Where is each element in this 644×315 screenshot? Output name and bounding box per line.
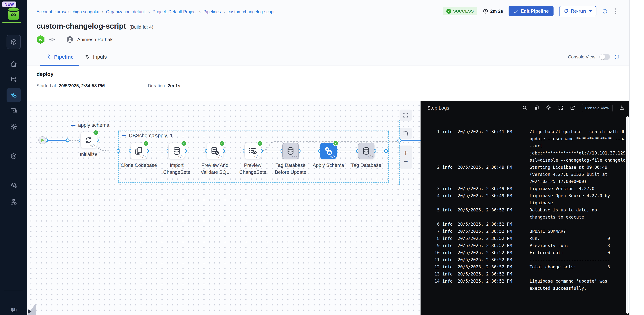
marquee-select-icon: [403, 130, 409, 136]
breadcrumb-item[interactable]: Pipelines: [203, 9, 221, 14]
log-message: Run: 0: [524, 235, 630, 242]
log-level: info: [440, 235, 458, 242]
svg-text:?: ?: [12, 308, 14, 311]
log-row: 12info20/5/2025, 2:36:52 PMTotal change …: [420, 263, 630, 270]
console-view-button[interactable]: Console View: [582, 104, 612, 112]
pipeline-node-preview-changesets[interactable]: </>✓: [244, 143, 261, 159]
database-devops-logo-icon[interactable]: ∞: [6, 7, 21, 21]
info-icon[interactable]: [614, 54, 620, 60]
pipeline-canvas[interactable]: apply schema DBSchemaApply_1: [27, 101, 420, 315]
log-line-number: 7: [426, 228, 440, 235]
log-level: info: [440, 242, 458, 249]
pipeline-node-tag-database[interactable]: </>: [358, 143, 374, 159]
node-label: Import ChangeSets: [158, 162, 195, 176]
success-check-icon: ✓: [143, 141, 149, 146]
pipeline-start-node[interactable]: [38, 136, 46, 144]
log-level: info: [440, 228, 458, 235]
step-logs-title: Step Logs: [427, 105, 449, 111]
pipeline-node-initialize[interactable]: </>✓: [80, 132, 97, 148]
log-row: 9info20/5/2025, 2:36:52 PMPreviously run…: [420, 242, 630, 249]
chevron-down-icon[interactable]: [589, 10, 592, 12]
download-icon[interactable]: [619, 105, 624, 110]
log-line: Previously run: 3: [530, 242, 630, 249]
log-line: Liquibase command 'update' was: [530, 278, 630, 285]
code-glyph: </>: [254, 155, 260, 158]
pipeline-node-clone-codebase[interactable]: </>✓: [130, 143, 147, 159]
log-line-number: 2: [426, 164, 440, 185]
log-row: 14info20/5/2025, 2:36:52 PMLiquibase com…: [420, 278, 630, 292]
rerun-button[interactable]: Re-run: [559, 6, 596, 16]
gear-icon[interactable]: [49, 36, 55, 43]
node-label: Tag Database: [348, 162, 385, 169]
log-row: 11info20/5/2025, 2:36:52 PM-------------…: [420, 256, 630, 263]
log-level: info: [440, 278, 458, 292]
log-line-number: 8: [426, 235, 440, 242]
help-chat-icon: ?: [10, 306, 17, 314]
sidebar-item-database-settings[interactable]: [6, 72, 21, 86]
more-options-menu-icon[interactable]: [613, 7, 618, 15]
pipelines-icon: [10, 92, 17, 99]
canvas-select-button[interactable]: [400, 128, 412, 139]
breadcrumb-item[interactable]: Account: kurosakiichigo.songoku: [36, 9, 99, 14]
fullscreen-icon[interactable]: [558, 105, 564, 110]
sidebar-item-pipelines[interactable]: [6, 88, 21, 102]
log-line: Database is up to date, no: [530, 206, 630, 214]
tab-inputs[interactable]: Inputs: [79, 48, 112, 66]
node-label: Preview ChangeSets: [234, 162, 272, 176]
console-view-toggle[interactable]: [600, 54, 610, 60]
log-output[interactable]: 1info20/5/2025, 2:36:41 PM/liquibase/liq…: [420, 115, 630, 315]
log-message: [524, 270, 630, 278]
pipeline-node-import-changesets[interactable]: </>✓: [168, 143, 185, 159]
database-solid-icon: [286, 146, 296, 156]
new-badge: NEW: [2, 2, 16, 7]
pipeline-icon: [46, 54, 52, 60]
inputs-icon: [85, 54, 90, 60]
tab-pipeline[interactable]: Pipeline: [40, 48, 79, 66]
zoom-out-button[interactable]: −: [404, 156, 408, 167]
step-logs-header: Step Logs Console View: [420, 101, 630, 115]
breadcrumb-item[interactable]: Project: Default Project: [152, 9, 196, 14]
info-icon[interactable]: [602, 8, 608, 14]
success-check-icon: ✓: [93, 130, 98, 136]
sidebar-item-settings[interactable]: [6, 120, 21, 134]
sidebar-item-environments[interactable]: [6, 178, 21, 192]
canvas-zoom-controls: + −: [400, 146, 412, 169]
log-line: Run: 0: [530, 235, 630, 242]
database-check-icon: [210, 146, 220, 156]
pipeline-node-apply-schema[interactable]: </>✓: [320, 143, 336, 159]
edit-pipeline-button[interactable]: Edit Pipeline: [508, 6, 554, 16]
sidebar-item-help-chat[interactable]: ?: [6, 303, 21, 315]
log-line-number: 12: [426, 263, 440, 270]
settings-icon[interactable]: [546, 105, 552, 110]
canvas-fit-button[interactable]: [400, 110, 412, 121]
log-timestamp: 20/5/2025, 2:36:52 PM: [458, 249, 524, 256]
sidebar-item-home[interactable]: [6, 57, 21, 71]
code-glyph: </>: [178, 155, 184, 158]
log-line: --url: [530, 142, 630, 150]
tab-bar: Pipeline Inputs Console View: [27, 48, 630, 66]
stage-name: deploy: [36, 71, 630, 77]
sidebar-item-module-cube[interactable]: [6, 35, 21, 49]
sidebar-item-infrastructure[interactable]: [6, 195, 21, 209]
open-in-new-icon[interactable]: [570, 105, 576, 110]
sidebar-item-project-settings[interactable]: [6, 149, 21, 163]
build-id: (Build Id: 4): [130, 24, 154, 30]
sidebar-divider: [4, 139, 23, 139]
page: NEW ∞ ? Account: kurosakiichigo.songoku›…: [0, 0, 644, 315]
sidebar-item-executions[interactable]: [6, 104, 21, 118]
log-line: /liquibase/liquibase --search-path db: [530, 128, 630, 135]
log-line-number: 11: [426, 256, 440, 263]
copy-icon[interactable]: [534, 105, 540, 110]
svg-text:∞: ∞: [11, 10, 16, 18]
clock-icon: [483, 8, 488, 14]
log-scrollbar[interactable]: [626, 116, 629, 314]
log-timestamp: 20/5/2025, 2:36:52 PM: [458, 270, 524, 278]
pipeline-node-tag-database-before-update[interactable]: </>: [282, 143, 299, 159]
search-icon[interactable]: [522, 105, 528, 110]
expand-panel-handle[interactable]: [27, 304, 36, 315]
pipeline-node-preview-and-validate-sql[interactable]: </>✓: [206, 143, 223, 159]
node-label: Apply Schema: [310, 162, 347, 169]
breadcrumb-item[interactable]: Organization: default: [106, 9, 146, 14]
breadcrumb-item[interactable]: custom-changelog-script: [228, 9, 274, 14]
log-timestamp: 20/5/2025, 2:36:52 PM: [458, 263, 524, 270]
